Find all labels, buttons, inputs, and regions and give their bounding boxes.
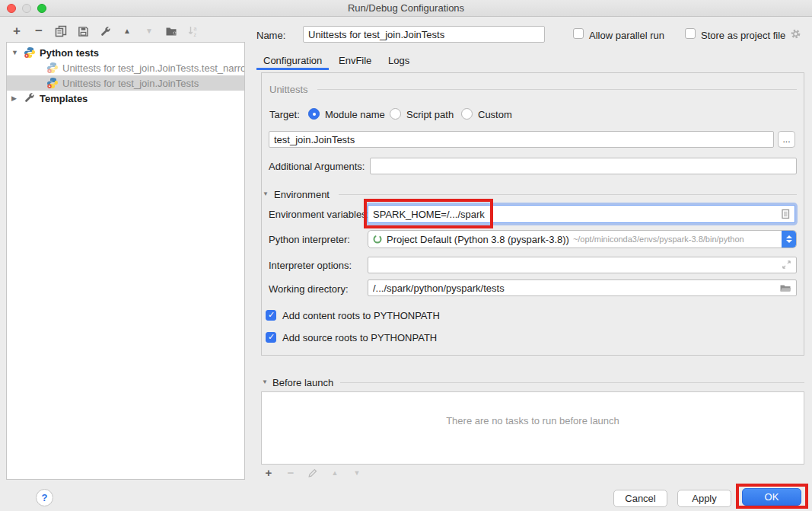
name-input[interactable]	[303, 26, 545, 43]
python-test-icon	[46, 62, 59, 74]
tab-envfile[interactable]: EnvFile	[339, 55, 371, 66]
add-configuration-icon[interactable]: +	[11, 25, 23, 37]
tree-item-label: Unittests for test_join.JoinTests.test_n…	[62, 62, 244, 74]
cancel-button[interactable]: Cancel	[613, 490, 667, 507]
radio-script-path-label: Script path	[406, 109, 454, 120]
minimize-window-button[interactable]	[22, 4, 31, 13]
tree-item-python-tests[interactable]: ▼ Python tests	[7, 45, 244, 60]
edit-task-pencil-icon	[307, 467, 319, 479]
radio-module-name-label: Module name	[325, 109, 385, 120]
close-window-button[interactable]	[7, 4, 16, 13]
add-content-roots-checkbox[interactable]	[266, 310, 276, 321]
expand-field-icon[interactable]	[781, 259, 793, 271]
python-tests-icon	[24, 46, 36, 59]
store-as-project-file-label: Store as project file	[701, 30, 785, 41]
additional-arguments-label: Additional Arguments:	[269, 161, 365, 172]
environment-variables-input[interactable]	[368, 205, 795, 223]
run-debug-configurations-dialog: Run/Debug Configurations + − ▲ ▼ az ▼ Py	[0, 0, 812, 511]
copy-configuration-icon[interactable]	[55, 25, 67, 37]
radio-custom-label: Custom	[478, 109, 512, 120]
python-interpreter-dropdown[interactable]: Project Default (Python 3.8 (pyspark-3.8…	[368, 230, 797, 248]
window-title: Run/Debug Configurations	[0, 0, 812, 17]
environment-collapse-icon[interactable]: ▼	[263, 190, 269, 197]
interpreter-options-input[interactable]	[368, 257, 797, 273]
additional-arguments-input[interactable]	[370, 158, 797, 174]
ok-button[interactable]: OK	[742, 488, 801, 506]
environment-variables-label: Environment variables:	[269, 209, 369, 220]
add-source-roots-checkbox[interactable]	[266, 332, 276, 343]
working-directory-input[interactable]	[368, 279, 797, 296]
tree-item-unittests-test-narrow[interactable]: Unittests for test_join.JoinTests.test_n…	[7, 60, 244, 75]
titlebar: Run/Debug Configurations	[0, 0, 812, 17]
name-label: Name:	[256, 30, 285, 41]
python-interpreter-value: Project Default (Python 3.8 (pyspark-3.8…	[387, 234, 569, 245]
python-interpreter-label: Python interpreter:	[269, 234, 350, 245]
remove-task-icon: −	[285, 467, 297, 479]
tree-item-label: Unittests for test_join.JoinTests	[62, 78, 199, 89]
move-task-down-icon: ▼	[351, 467, 363, 479]
zoom-window-button[interactable]	[37, 4, 46, 13]
before-launch-section-title: Before launch	[272, 377, 333, 388]
dropdown-stepper-icon[interactable]	[782, 231, 796, 248]
add-source-roots-label: Add source roots to PYTHONPATH	[282, 332, 437, 343]
store-as-project-file-checkbox[interactable]	[685, 28, 696, 39]
before-launch-task-list: There are no tasks to run before launch	[261, 391, 804, 465]
help-button[interactable]: ?	[36, 489, 53, 506]
tree-item-label: Python tests	[40, 47, 99, 59]
store-options-gear-icon[interactable]	[790, 28, 802, 40]
target-label: Target:	[269, 109, 300, 120]
browse-folder-icon[interactable]	[779, 282, 791, 294]
working-directory-label: Working directory:	[269, 283, 349, 295]
conda-environment-icon	[372, 234, 383, 244]
move-up-icon[interactable]: ▲	[121, 25, 133, 37]
save-configuration-icon[interactable]	[77, 25, 89, 37]
move-down-icon: ▼	[143, 25, 155, 37]
svg-text:a: a	[194, 26, 197, 31]
section-divider	[340, 382, 804, 383]
before-launch-toolbar: + − ▲ ▼	[263, 466, 363, 480]
allow-parallel-run-label: Allow parallel run	[589, 30, 664, 41]
move-task-up-icon: ▲	[329, 467, 341, 479]
tab-logs[interactable]: Logs	[388, 55, 409, 66]
configurations-tree: ▼ Python tests Unittests for test_join.J…	[6, 42, 245, 480]
python-interpreter-path: ~/opt/miniconda3/envs/pyspark-3.8/bin/py…	[573, 235, 744, 244]
before-launch-empty-message: There are no tasks to run before launch	[262, 415, 804, 426]
radio-custom[interactable]	[461, 108, 473, 120]
sort-configurations-icon: az	[187, 25, 199, 37]
collapse-triangle-icon[interactable]: ▼	[11, 49, 19, 56]
before-launch-collapse-icon[interactable]: ▼	[262, 378, 268, 385]
section-divider	[339, 194, 797, 195]
tree-item-templates[interactable]: ▶ Templates	[7, 91, 244, 106]
expand-triangle-icon[interactable]: ▶	[11, 94, 19, 102]
allow-parallel-run-checkbox[interactable]	[573, 28, 584, 39]
svg-text:z: z	[194, 32, 197, 37]
python-test-icon	[46, 77, 59, 89]
environment-variables-browse-icon[interactable]	[779, 208, 791, 220]
edit-templates-wrench-icon[interactable]	[99, 25, 111, 37]
add-content-roots-label: Add content roots to PYTHONPATH	[282, 310, 440, 321]
tree-item-label: Templates	[40, 93, 88, 104]
remove-configuration-icon[interactable]: −	[33, 25, 45, 37]
radio-script-path[interactable]	[390, 108, 401, 120]
interpreter-options-label: Interpreter options:	[269, 260, 352, 271]
new-folder-icon[interactable]	[165, 25, 177, 37]
apply-button[interactable]: Apply	[677, 490, 731, 507]
window-controls	[7, 4, 46, 13]
tree-item-unittests-jointests-selected[interactable]: Unittests for test_join.JoinTests	[7, 75, 244, 91]
browse-module-button[interactable]: ...	[778, 131, 795, 148]
active-tab-indicator	[256, 68, 329, 70]
configurations-toolbar: + − ▲ ▼ az	[11, 24, 199, 39]
templates-wrench-icon	[24, 92, 36, 104]
module-name-input[interactable]	[269, 131, 774, 148]
add-task-icon[interactable]: +	[263, 467, 275, 479]
section-divider	[317, 89, 797, 90]
environment-section-title: Environment	[274, 189, 330, 200]
tab-configuration[interactable]: Configuration	[263, 55, 322, 66]
unittests-section-title: Unittests	[269, 84, 308, 95]
radio-module-name[interactable]	[308, 108, 320, 120]
